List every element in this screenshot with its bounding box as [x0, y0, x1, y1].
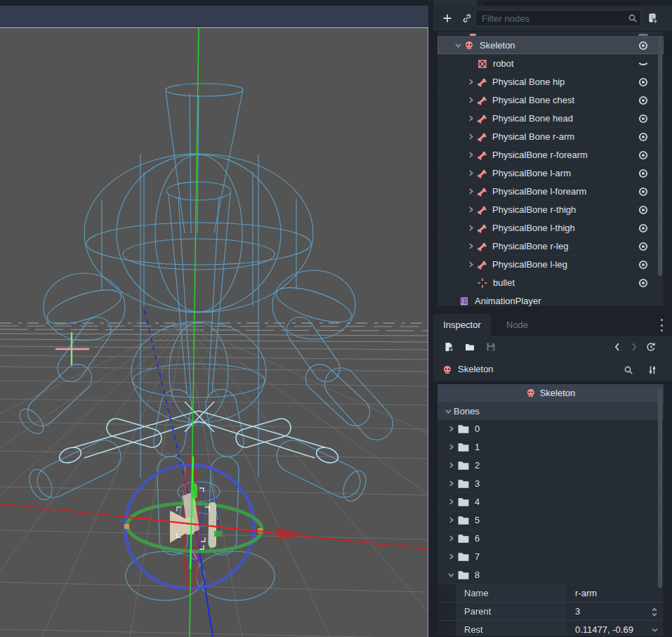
tree-node-physical-bone-head[interactable]: Physical Bone head [437, 110, 664, 128]
new-resource-button[interactable] [442, 340, 456, 354]
inspector-toolbar [433, 336, 672, 358]
bone-folder-8[interactable]: 8 [437, 566, 664, 584]
bone-icon [476, 186, 487, 197]
3d-viewport[interactable] [0, 28, 428, 637]
tree-node-animationplayer[interactable]: AnimationPlayer [437, 292, 664, 307]
chevron-right-icon [446, 497, 456, 507]
chevron-down-icon [446, 570, 456, 580]
tree-node-physicalbone-r-forearm[interactable]: PhysicalBone r-forearm [437, 146, 664, 164]
chevron-down-icon [443, 406, 454, 416]
history-forward-button[interactable] [627, 340, 641, 354]
inspector-tab-bar: Inspector Node [433, 314, 672, 336]
bone-folder-4[interactable]: 4 [437, 493, 664, 511]
tree-node-physical-bone-chest[interactable]: Physical Bone chest [437, 91, 664, 110]
viewport-header-bar [0, 6, 428, 28]
history-back-button[interactable] [610, 340, 624, 354]
bone-folder-0[interactable]: 0 [437, 420, 664, 438]
bone-folder-1[interactable]: 1 [437, 438, 664, 457]
bone-folder-7[interactable]: 7 [437, 548, 664, 566]
tree-node-physicalbone-l-thigh[interactable]: PhysicalBone l-thigh [437, 219, 664, 237]
property-value-text: 0.11477, -0.69 [575, 624, 633, 635]
tree-node-label: PhysicalBone l-forearm [492, 186, 586, 197]
add-node-button[interactable] [440, 11, 454, 25]
attach-script-button[interactable] [645, 11, 659, 25]
tree-node-label: Physical Bone head [492, 113, 573, 124]
inspector-scrollbar[interactable] [658, 388, 662, 588]
tree-node-label: PhysicalBone l-thigh [492, 223, 575, 233]
tab-node[interactable]: Node [501, 314, 534, 336]
search-icon [628, 13, 638, 23]
bone-icon [476, 95, 487, 106]
tree-node-label: bullet [493, 277, 515, 288]
load-resource-button[interactable] [463, 340, 477, 354]
dropdown-chevron-icon[interactable] [650, 624, 659, 636]
tree-node-physical-bone-hip[interactable]: Physical Bone hip [437, 73, 664, 91]
property-row-rest: Rest0.11477, -0.69 [437, 621, 664, 637]
tab-inspector[interactable]: Inspector [433, 314, 491, 336]
inspector-body: Skeleton Bones 012345678Namer-armParent3… [437, 383, 664, 637]
tree-node-physical-bone-r-arm[interactable]: Physical Bone r-arm [437, 128, 664, 146]
visibility-toggle-open-icon[interactable] [637, 113, 649, 124]
bone-folder-label: 8 [475, 570, 480, 580]
visibility-toggle-closed-icon[interactable] [637, 58, 649, 70]
chevron-right-icon [466, 204, 476, 215]
visibility-toggle-open-icon[interactable] [637, 95, 649, 106]
object-history-button[interactable] [644, 340, 658, 354]
property-value[interactable]: 0.11477, -0.69 [567, 621, 664, 637]
property-value[interactable]: r-arm [567, 584, 664, 602]
tab-menu-icon[interactable] [657, 319, 666, 331]
folder-icon [458, 424, 469, 434]
property-value[interactable]: 3 [567, 603, 664, 620]
tree-node-physicalbone-l-arm[interactable]: PhysicalBone l-arm [437, 164, 664, 183]
object-name: Skeleton [458, 364, 494, 374]
search-properties-button[interactable] [621, 363, 635, 377]
visibility-toggle-open-icon[interactable] [637, 259, 649, 270]
sliders-icon [647, 365, 657, 375]
tree-node-bullet[interactable]: bullet [437, 274, 664, 292]
tree-node-physicalbone-l-forearm[interactable]: PhysicalBone l-forearm [437, 183, 664, 201]
inspector-object-row: Skeleton [433, 358, 672, 381]
category-skeleton[interactable]: Skeleton [437, 384, 664, 402]
manage-properties-button[interactable] [645, 363, 659, 377]
scene-tree-scrollbar[interactable] [658, 37, 662, 276]
save-resource-button[interactable] [484, 340, 498, 354]
tree-node-label: PhysicalBone r-thigh [492, 204, 576, 215]
save-icon [486, 342, 496, 352]
visibility-toggle-open-icon[interactable] [637, 223, 649, 234]
instance-scene-button[interactable] [460, 11, 474, 25]
tree-node-physicalbone-l-leg[interactable]: PhysicalBone l-leg [437, 256, 664, 274]
tree-node-label: PhysicalBone r-forearm [492, 150, 588, 160]
folder-icon [458, 442, 469, 452]
bone-folder-2[interactable]: 2 [437, 457, 664, 475]
bone-folder-6[interactable]: 6 [437, 530, 664, 548]
bone-icon [476, 223, 487, 234]
bone-icon [476, 168, 487, 179]
tree-node-robot[interactable]: robot [437, 55, 664, 73]
tree-node-physicalbone-r-leg[interactable]: PhysicalBone r-leg [437, 237, 664, 256]
visibility-toggle-open-icon[interactable] [637, 204, 649, 216]
visibility-toggle-open-icon[interactable] [637, 40, 649, 51]
visibility-toggle-open-icon[interactable] [637, 241, 649, 252]
chevron-right-icon [466, 113, 476, 124]
bone-folder-label: 4 [475, 497, 480, 507]
filter-nodes-input[interactable] [475, 10, 641, 27]
visibility-toggle-open-icon[interactable] [637, 77, 649, 88]
bone-icon [476, 113, 487, 124]
spinner-icon[interactable] [650, 606, 659, 617]
visibility-toggle-open-icon[interactable] [637, 168, 649, 179]
section-bones[interactable]: Bones [437, 402, 664, 420]
tree-node-label: PhysicalBone l-leg [492, 259, 567, 270]
tree-node-physicalbone-r-thigh[interactable]: PhysicalBone r-thigh [437, 201, 664, 219]
visibility-toggle-open-icon[interactable] [637, 131, 649, 143]
visibility-toggle-open-icon[interactable] [637, 277, 649, 289]
property-label: Rest [456, 621, 567, 637]
bone-folder-label: 3 [475, 478, 480, 489]
tree-node-skeleton[interactable]: Skeleton [437, 37, 664, 55]
visibility-toggle-open-icon[interactable] [637, 186, 649, 197]
folder-icon [458, 479, 469, 489]
bone-folder-3[interactable]: 3 [437, 475, 664, 493]
bone-folder-5[interactable]: 5 [437, 511, 664, 530]
scene-tab-stub[interactable] [433, 0, 477, 6]
bone-folder-label: 0 [475, 423, 480, 434]
visibility-toggle-open-icon[interactable] [637, 150, 649, 161]
